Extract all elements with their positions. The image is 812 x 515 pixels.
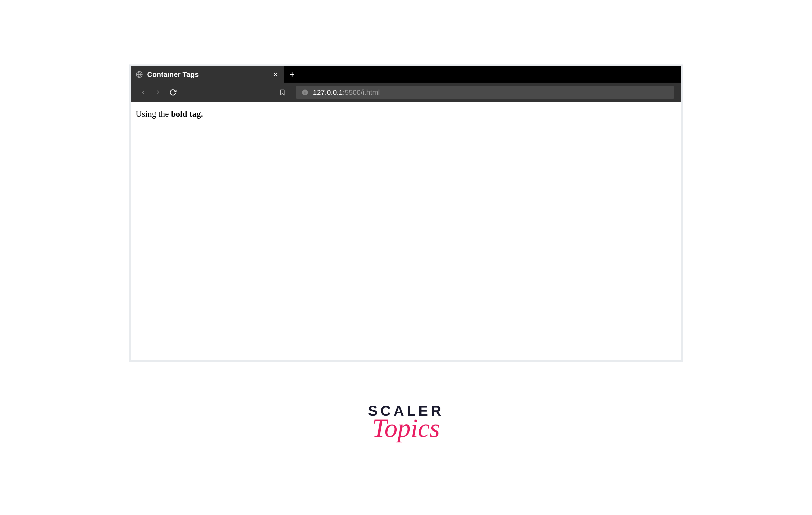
toolbar-left xyxy=(138,89,291,96)
browser-toolbar: 127.0.0.1:5500/i.html xyxy=(131,83,681,102)
text-prefix: Using the xyxy=(136,109,171,119)
tab-bar: Container Tags xyxy=(131,66,681,83)
url-host: 127.0.0.1 xyxy=(313,88,343,96)
reload-button[interactable] xyxy=(169,89,177,96)
page-paragraph: Using the bold tag. xyxy=(136,109,676,119)
globe-icon xyxy=(136,71,143,78)
svg-point-7 xyxy=(304,91,306,92)
url-display: 127.0.0.1:5500/i.html xyxy=(313,88,380,96)
browser-tab[interactable]: Container Tags xyxy=(131,66,284,83)
address-bar[interactable]: 127.0.0.1:5500/i.html xyxy=(296,86,674,99)
back-button[interactable] xyxy=(140,89,147,96)
tab-title: Container Tags xyxy=(147,70,267,79)
text-bold: bold tag. xyxy=(171,109,203,119)
forward-button[interactable] xyxy=(154,89,162,96)
scaler-logo: SCALER Topics xyxy=(368,402,444,443)
nav-buttons xyxy=(140,89,177,96)
browser-window: Container Tags xyxy=(129,64,683,362)
svg-rect-8 xyxy=(304,92,305,94)
page-content: Using the bold tag. xyxy=(131,102,681,360)
new-tab-button[interactable] xyxy=(284,71,300,78)
bookmark-icon[interactable] xyxy=(279,89,286,96)
topics-brand-text: Topics xyxy=(372,413,440,443)
close-icon[interactable] xyxy=(272,71,279,78)
info-icon xyxy=(302,89,308,95)
url-path: :5500/i.html xyxy=(343,88,380,96)
